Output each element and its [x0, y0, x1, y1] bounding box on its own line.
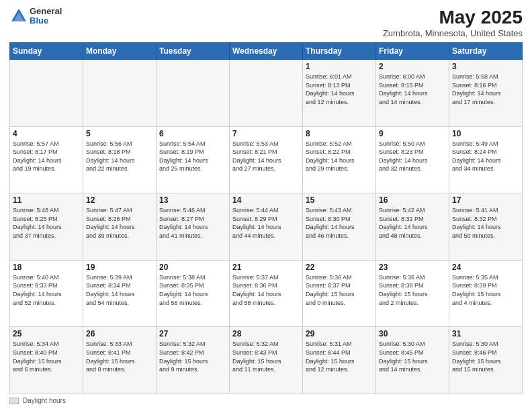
- day-number: 14: [232, 195, 300, 205]
- day-info: Sunrise: 5:52 AM Sunset: 8:22 PM Dayligh…: [306, 140, 373, 173]
- day-number: 21: [232, 263, 300, 272]
- day-info: Sunrise: 5:36 AM Sunset: 8:37 PM Dayligh…: [306, 273, 373, 307]
- calendar-cell: 7Sunrise: 5:53 AM Sunset: 8:21 PM Daylig…: [230, 126, 303, 193]
- calendar-header-thursday: Thursday: [303, 43, 376, 60]
- calendar-cell: 4Sunrise: 5:57 AM Sunset: 8:17 PM Daylig…: [10, 126, 83, 193]
- day-number: 2: [379, 62, 446, 71]
- calendar-cell: 29Sunrise: 5:31 AM Sunset: 8:44 PM Dayli…: [303, 327, 376, 394]
- page: General Blue May 2025 Zumbrota, Minnesot…: [0, 0, 532, 411]
- day-info: Sunrise: 5:41 AM Sunset: 8:32 PM Dayligh…: [452, 206, 519, 240]
- calendar-week-4: 18Sunrise: 5:40 AM Sunset: 8:33 PM Dayli…: [10, 260, 523, 327]
- calendar-cell: 28Sunrise: 5:32 AM Sunset: 8:43 PM Dayli…: [230, 327, 303, 394]
- calendar-cell: 19Sunrise: 5:39 AM Sunset: 8:34 PM Dayli…: [83, 260, 157, 327]
- day-number: 7: [232, 129, 300, 138]
- calendar-cell: 6Sunrise: 5:54 AM Sunset: 8:19 PM Daylig…: [157, 126, 230, 193]
- calendar-cell: 31Sunrise: 5:30 AM Sunset: 8:46 PM Dayli…: [449, 327, 523, 394]
- calendar-header-sunday: Sunday: [10, 43, 83, 60]
- calendar-cell: [230, 60, 303, 127]
- daylight-box: [9, 398, 19, 404]
- day-number: 11: [13, 195, 80, 205]
- day-info: Sunrise: 5:39 AM Sunset: 8:34 PM Dayligh…: [86, 273, 153, 307]
- calendar-header-row: SundayMondayTuesdayWednesdayThursdayFrid…: [10, 43, 523, 60]
- calendar-cell: 14Sunrise: 5:44 AM Sunset: 8:29 PM Dayli…: [230, 193, 303, 261]
- calendar-cell: 27Sunrise: 5:32 AM Sunset: 8:42 PM Dayli…: [157, 327, 230, 394]
- calendar-cell: 3Sunrise: 5:58 AM Sunset: 8:16 PM Daylig…: [449, 60, 523, 127]
- day-number: 31: [452, 329, 519, 338]
- main-title: May 2025: [383, 7, 523, 28]
- calendar-cell: [10, 60, 83, 127]
- calendar-cell: [157, 60, 230, 127]
- calendar-cell: 1Sunrise: 6:01 AM Sunset: 8:13 PM Daylig…: [303, 60, 376, 127]
- day-number: 24: [452, 263, 519, 272]
- day-info: Sunrise: 6:00 AM Sunset: 8:15 PM Dayligh…: [379, 73, 446, 106]
- day-info: Sunrise: 5:49 AM Sunset: 8:24 PM Dayligh…: [452, 140, 519, 173]
- day-info: Sunrise: 5:53 AM Sunset: 8:21 PM Dayligh…: [232, 140, 300, 173]
- calendar-cell: 26Sunrise: 5:33 AM Sunset: 8:41 PM Dayli…: [83, 327, 157, 394]
- header: General Blue May 2025 Zumbrota, Minnesot…: [9, 7, 523, 38]
- day-info: Sunrise: 5:32 AM Sunset: 8:43 PM Dayligh…: [232, 340, 300, 373]
- day-info: Sunrise: 5:58 AM Sunset: 8:16 PM Dayligh…: [452, 73, 519, 106]
- day-number: 18: [13, 263, 80, 272]
- day-info: Sunrise: 5:57 AM Sunset: 8:17 PM Dayligh…: [13, 140, 80, 173]
- logo: General Blue: [9, 7, 62, 26]
- footer: Daylight hours: [9, 397, 523, 404]
- day-number: 20: [159, 263, 226, 272]
- day-number: 26: [86, 329, 153, 338]
- calendar-week-1: 1Sunrise: 6:01 AM Sunset: 8:13 PM Daylig…: [10, 60, 523, 127]
- day-info: Sunrise: 5:30 AM Sunset: 8:46 PM Dayligh…: [452, 340, 519, 373]
- day-info: Sunrise: 5:31 AM Sunset: 8:44 PM Dayligh…: [306, 340, 373, 373]
- calendar-header-monday: Monday: [83, 43, 157, 60]
- day-info: Sunrise: 5:47 AM Sunset: 8:26 PM Dayligh…: [86, 206, 153, 240]
- calendar-cell: 9Sunrise: 5:50 AM Sunset: 8:23 PM Daylig…: [376, 126, 449, 193]
- calendar-cell: 8Sunrise: 5:52 AM Sunset: 8:22 PM Daylig…: [303, 126, 376, 193]
- day-number: 3: [452, 62, 519, 71]
- calendar-cell: 24Sunrise: 5:35 AM Sunset: 8:39 PM Dayli…: [449, 260, 523, 327]
- day-info: Sunrise: 5:36 AM Sunset: 8:38 PM Dayligh…: [379, 273, 446, 307]
- day-info: Sunrise: 5:56 AM Sunset: 8:18 PM Dayligh…: [86, 140, 153, 173]
- day-number: 6: [159, 129, 226, 138]
- calendar-week-2: 4Sunrise: 5:57 AM Sunset: 8:17 PM Daylig…: [10, 126, 523, 193]
- day-number: 13: [159, 195, 226, 205]
- day-number: 1: [306, 62, 373, 71]
- day-info: Sunrise: 5:30 AM Sunset: 8:45 PM Dayligh…: [379, 340, 446, 373]
- day-number: 29: [306, 329, 373, 338]
- day-number: 25: [13, 329, 80, 338]
- logo-text: General Blue: [30, 7, 62, 26]
- logo-blue-text: Blue: [30, 16, 62, 26]
- day-info: Sunrise: 5:46 AM Sunset: 8:27 PM Dayligh…: [159, 206, 226, 240]
- day-number: 9: [379, 129, 446, 138]
- calendar-cell: 13Sunrise: 5:46 AM Sunset: 8:27 PM Dayli…: [157, 193, 230, 261]
- day-number: 27: [159, 329, 226, 338]
- title-block: May 2025 Zumbrota, Minnesota, United Sta…: [383, 7, 523, 38]
- calendar-cell: 30Sunrise: 5:30 AM Sunset: 8:45 PM Dayli…: [376, 327, 449, 394]
- day-number: 23: [379, 263, 446, 272]
- day-number: 5: [86, 129, 153, 138]
- day-number: 17: [452, 195, 519, 205]
- calendar-cell: 17Sunrise: 5:41 AM Sunset: 8:32 PM Dayli…: [449, 193, 523, 261]
- calendar-header-saturday: Saturday: [449, 43, 523, 60]
- day-number: 4: [13, 129, 80, 138]
- day-info: Sunrise: 5:54 AM Sunset: 8:19 PM Dayligh…: [159, 140, 226, 173]
- daylight-label: Daylight hours: [23, 397, 66, 404]
- calendar-cell: 18Sunrise: 5:40 AM Sunset: 8:33 PM Dayli…: [10, 260, 83, 327]
- calendar-cell: 23Sunrise: 5:36 AM Sunset: 8:38 PM Dayli…: [376, 260, 449, 327]
- logo-general-text: General: [30, 7, 62, 16]
- calendar-header-tuesday: Tuesday: [157, 43, 230, 60]
- calendar-week-3: 11Sunrise: 5:48 AM Sunset: 8:25 PM Dayli…: [10, 193, 523, 261]
- day-number: 19: [86, 263, 153, 272]
- day-info: Sunrise: 5:35 AM Sunset: 8:39 PM Dayligh…: [452, 273, 519, 307]
- calendar-cell: 5Sunrise: 5:56 AM Sunset: 8:18 PM Daylig…: [83, 126, 157, 193]
- calendar-header-friday: Friday: [376, 43, 449, 60]
- calendar-cell: [83, 60, 157, 127]
- day-info: Sunrise: 6:01 AM Sunset: 8:13 PM Dayligh…: [306, 73, 373, 106]
- calendar-cell: 25Sunrise: 5:34 AM Sunset: 8:40 PM Dayli…: [10, 327, 83, 394]
- day-number: 10: [452, 129, 519, 138]
- day-number: 12: [86, 195, 153, 205]
- day-info: Sunrise: 5:37 AM Sunset: 8:36 PM Dayligh…: [232, 273, 300, 307]
- day-info: Sunrise: 5:43 AM Sunset: 8:30 PM Dayligh…: [306, 206, 373, 240]
- calendar-cell: 10Sunrise: 5:49 AM Sunset: 8:24 PM Dayli…: [449, 126, 523, 193]
- day-info: Sunrise: 5:32 AM Sunset: 8:42 PM Dayligh…: [159, 340, 226, 373]
- calendar-cell: 11Sunrise: 5:48 AM Sunset: 8:25 PM Dayli…: [10, 193, 83, 261]
- day-info: Sunrise: 5:34 AM Sunset: 8:40 PM Dayligh…: [13, 340, 80, 373]
- calendar-header-wednesday: Wednesday: [230, 43, 303, 60]
